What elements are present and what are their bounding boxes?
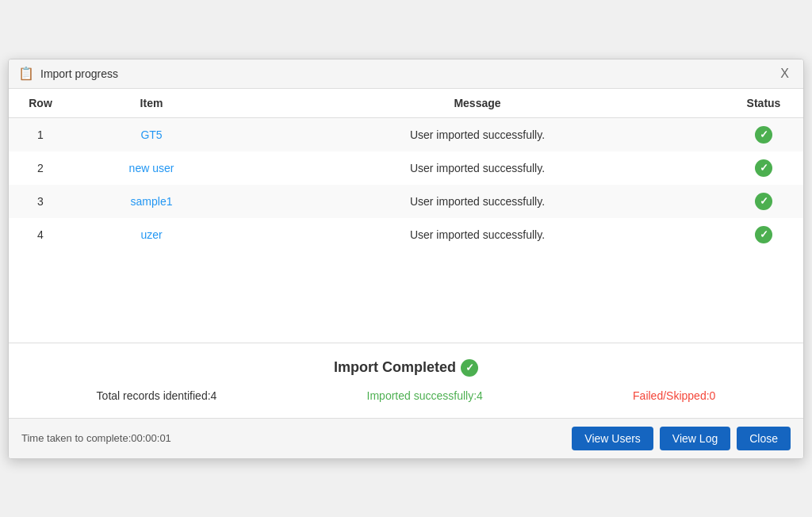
success-icon: ✓ xyxy=(755,159,772,177)
import-table: Row Item Message Status 1GT5User importe… xyxy=(9,89,803,251)
cell-row-number: 4 xyxy=(9,218,72,251)
table-row: 4uzerUser imported successfully.✓ xyxy=(9,218,803,251)
col-header-status: Status xyxy=(724,89,803,118)
total-records-stat: Total records identified:4 xyxy=(97,389,217,402)
cell-message: User imported successfully. xyxy=(231,185,724,218)
cell-row-number: 3 xyxy=(9,185,72,218)
import-completed-label: Import Completed xyxy=(334,359,456,376)
dialog-title: Import progress xyxy=(40,67,118,80)
table-header-row: Row Item Message Status xyxy=(9,89,803,118)
success-icon: ✓ xyxy=(755,193,772,210)
cell-status: ✓ xyxy=(724,151,803,185)
view-log-button[interactable]: View Log xyxy=(660,427,730,450)
import-completed-line: Import Completed ✓ xyxy=(21,359,791,377)
stats-row: Total records identified:4 Imported succ… xyxy=(21,389,791,402)
close-button[interactable]: Close xyxy=(737,427,791,450)
cell-status: ✓ xyxy=(724,185,803,218)
time-label: Time taken to complete: xyxy=(21,432,131,444)
table-row: 3sample1User imported successfully.✓ xyxy=(9,185,803,218)
table-row: 1GT5User imported successfully.✓ xyxy=(9,117,803,151)
bottom-bar: Time taken to complete:00:00:01 View Use… xyxy=(9,418,803,458)
import-progress-dialog: 📋 Import progress X Row Item Message Sta… xyxy=(8,59,804,459)
cell-status: ✓ xyxy=(724,117,803,151)
title-close-button[interactable]: X xyxy=(776,66,794,82)
failed-value: 0 xyxy=(710,389,716,402)
cell-row-number: 2 xyxy=(9,151,72,185)
table-row: 2new userUser imported successfully.✓ xyxy=(9,151,803,185)
summary-area: Import Completed ✓ Total records identif… xyxy=(9,343,803,418)
cell-item[interactable]: uzer xyxy=(72,218,231,251)
success-value: 4 xyxy=(477,389,483,402)
success-stat: Imported successfully:4 xyxy=(367,389,483,402)
success-label: Imported successfully: xyxy=(367,389,477,402)
cell-message: User imported successfully. xyxy=(231,151,724,185)
cell-item[interactable]: GT5 xyxy=(72,117,231,151)
total-value: 4 xyxy=(211,389,217,402)
title-bar-left: 📋 Import progress xyxy=(18,66,118,81)
dialog-icon: 📋 xyxy=(18,66,34,81)
cell-message: User imported successfully. xyxy=(231,117,724,151)
title-bar: 📋 Import progress X xyxy=(9,59,803,89)
success-icon: ✓ xyxy=(755,126,772,144)
table-area: Row Item Message Status 1GT5User importe… xyxy=(9,89,803,343)
cell-item[interactable]: sample1 xyxy=(72,185,231,218)
failed-stat: Failed/Skipped:0 xyxy=(633,389,715,402)
col-header-item: Item xyxy=(72,89,231,118)
success-icon: ✓ xyxy=(755,226,772,243)
view-users-button[interactable]: View Users xyxy=(572,427,653,450)
cell-status: ✓ xyxy=(724,218,803,251)
time-value: 00:00:01 xyxy=(131,432,171,444)
completed-check-icon: ✓ xyxy=(461,359,478,377)
total-label: Total records identified: xyxy=(97,389,211,402)
failed-label: Failed/Skipped: xyxy=(633,389,710,402)
col-header-row: Row xyxy=(9,89,72,118)
cell-row-number: 1 xyxy=(9,117,72,151)
cell-message: User imported successfully. xyxy=(231,218,724,251)
col-header-message: Message xyxy=(231,89,724,118)
bottom-buttons: View Users View Log Close xyxy=(572,427,791,450)
cell-item[interactable]: new user xyxy=(72,151,231,185)
time-taken: Time taken to complete:00:00:01 xyxy=(21,432,171,444)
